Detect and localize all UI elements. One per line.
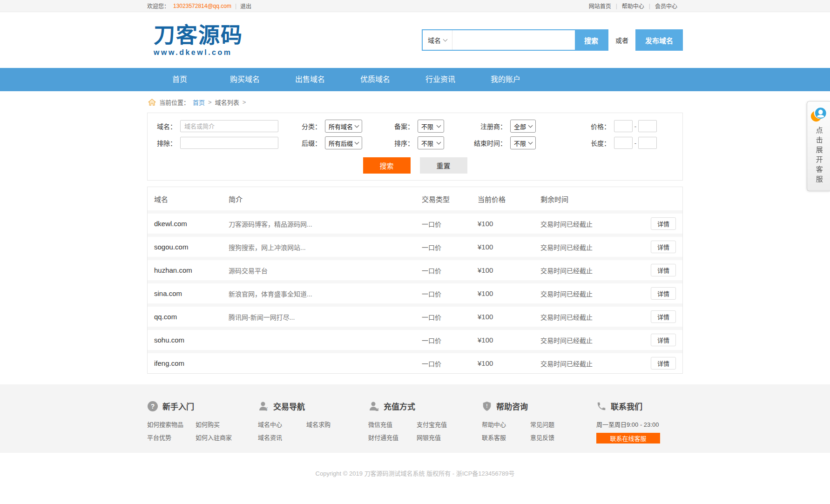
detail-button[interactable]: 详情 (651, 217, 676, 230)
remaining-time: 交易时间已经截止 (540, 336, 650, 345)
topbar-link-help[interactable]: 帮助中心 (622, 2, 644, 10)
nav-item-sell-domain[interactable]: 出售域名 (277, 68, 343, 91)
filter-category-select[interactable]: 所有域名 (325, 120, 362, 133)
footer-link[interactable]: 微信充值 (368, 420, 417, 429)
logout-link[interactable]: 退出 (240, 2, 251, 10)
search-category-select[interactable]: 域名 (423, 30, 452, 50)
filter-category-value: 所有域名 (329, 122, 353, 131)
detail-button[interactable]: 详情 (651, 357, 676, 370)
current-price: ¥100 (478, 359, 540, 367)
filter-price-min-input[interactable] (614, 120, 633, 132)
svg-text:?: ? (151, 403, 155, 410)
domain-name[interactable]: sina.com (154, 289, 229, 297)
footer-link[interactable]: 域名中心 (258, 420, 306, 429)
table-row: sina.com 新浪官网，体育盛事全知道... 一口价 ¥100 交易时间已经… (148, 280, 682, 303)
nav-item-home[interactable]: 首页 (147, 68, 212, 91)
nav-item-industry-news[interactable]: 行业资讯 (408, 68, 473, 91)
footer-link[interactable]: 网银充值 (417, 433, 482, 442)
topbar-divider: | (649, 3, 650, 9)
filter-length-max-input[interactable] (638, 137, 657, 149)
footer-col-beginner: ? 新手入门 如何搜索物品 如何购买 平台优势 如何入驻商家 (147, 400, 258, 444)
trade-type: 一口价 (422, 359, 478, 368)
footer-link[interactable]: 联系客服 (482, 433, 530, 442)
topbar-divider: | (235, 3, 236, 9)
col-header-desc: 简介 (229, 194, 422, 204)
footer-link[interactable]: 域名资讯 (258, 433, 306, 442)
service-widget-label: 点击展开客服 (815, 127, 823, 185)
footer-link[interactable]: 平台优势 (147, 433, 196, 442)
filter-beian-label: 备案： (362, 121, 418, 131)
publish-domain-button[interactable]: 发布域名 (635, 29, 683, 51)
filter-row-2: 排除： 后缀： 所有后缀 排序： 不限 结束时间： 不限 长度： - (148, 136, 682, 150)
filter-search-button[interactable]: 搜索 (363, 157, 411, 174)
table-row: dkewl.com 刀客源码博客，精品源码网... 一口价 ¥100 交易时间已… (148, 210, 682, 234)
filter-exclude-input[interactable] (180, 137, 278, 149)
current-price: ¥100 (478, 313, 540, 321)
filter-price-max-input[interactable] (638, 120, 657, 132)
domain-name[interactable]: dkewl.com (154, 220, 229, 228)
filter-domain-input[interactable] (180, 120, 278, 132)
domain-name[interactable]: qq.com (154, 313, 229, 321)
filter-registrar-select[interactable]: 全部 (510, 120, 536, 133)
domain-name[interactable]: huzhan.com (154, 266, 229, 274)
detail-button[interactable]: 详情 (651, 287, 676, 300)
nav-item-premium-domain[interactable]: 优质域名 (343, 68, 408, 91)
site-logo[interactable]: 刀客源码 www.dkewl.com (147, 24, 243, 56)
footer-link[interactable]: 支付宝充值 (417, 420, 482, 429)
current-price: ¥100 (478, 266, 540, 274)
topbar-link-member[interactable]: 会员中心 (655, 2, 677, 10)
detail-button[interactable]: 详情 (651, 241, 676, 253)
footer-link[interactable]: 如何搜索物品 (147, 420, 196, 429)
filter-length-min-input[interactable] (614, 137, 633, 149)
remaining-time: 交易时间已经截止 (540, 359, 650, 368)
nav-item-my-account[interactable]: 我的账户 (473, 68, 538, 91)
footer-link[interactable]: 财付通充值 (368, 433, 417, 442)
topbar-links: 网站首页 | 帮助中心 | 会员中心 (589, 2, 683, 10)
footer-link[interactable]: 如何入驻商家 (196, 433, 258, 442)
nav-item-buy-domain[interactable]: 购买域名 (212, 68, 277, 91)
filter-suffix-select[interactable]: 所有后缀 (325, 136, 362, 149)
footer-link[interactable]: 常见问题 (530, 420, 596, 429)
search-button[interactable]: 搜索 (575, 30, 607, 50)
footer-link[interactable]: 如何购买 (196, 420, 258, 429)
trade-type: 一口价 (422, 336, 478, 345)
chevron-down-icon (355, 140, 359, 145)
detail-button[interactable]: 详情 (651, 334, 676, 346)
breadcrumb-separator: > (243, 99, 246, 106)
filter-sort-select[interactable]: 不限 (418, 136, 444, 149)
breadcrumb-home-link[interactable]: 首页 (193, 98, 205, 107)
col-header-trade-type: 交易类型 (422, 194, 478, 204)
footer-col-title: 联系我们 (611, 400, 642, 412)
domain-desc: 搜狗搜索，网上冲浪网站... (229, 242, 422, 252)
customer-service-widget[interactable]: 点击展开客服 (807, 101, 830, 191)
filter-endtime-select[interactable]: 不限 (510, 136, 536, 149)
trade-type: 一口价 (422, 289, 478, 298)
chevron-down-icon (437, 140, 441, 145)
footer-link[interactable]: 域名求购 (306, 420, 368, 429)
col-header-price: 当前价格 (478, 194, 540, 204)
svg-text:!: ! (486, 403, 487, 408)
logo-subtitle: www.dkewl.com (154, 49, 243, 56)
person-recharge-icon (368, 401, 379, 412)
detail-button[interactable]: 详情 (651, 310, 676, 323)
phone-icon (596, 401, 607, 411)
question-icon: ? (147, 401, 158, 412)
search-input[interactable] (452, 30, 575, 50)
filter-reset-button[interactable]: 重置 (420, 157, 467, 174)
domain-name[interactable]: sogou.com (154, 243, 229, 251)
svg-text:¥: ¥ (265, 407, 268, 412)
footer-link[interactable]: 意见反馈 (530, 433, 596, 442)
domain-name[interactable]: sohu.com (154, 336, 229, 344)
footer-col-contact: 联系我们 周一至周日9:00 - 23:00 联系在线客服 (596, 400, 683, 444)
topbar-link-home[interactable]: 网站首页 (589, 2, 611, 10)
service-hours: 周一至周日9:00 - 23:00 (596, 420, 683, 429)
footer-link[interactable]: 帮助中心 (482, 420, 530, 429)
contact-service-button[interactable]: 联系在线客服 (596, 433, 660, 444)
detail-button[interactable]: 详情 (651, 264, 676, 276)
price-range-separator: - (633, 123, 638, 130)
current-price: ¥100 (478, 289, 540, 297)
table-row: sogou.com 搜狗搜索，网上冲浪网站... 一口价 ¥100 交易时间已经… (148, 234, 682, 257)
filter-beian-select[interactable]: 不限 (418, 120, 444, 133)
domain-name[interactable]: ifeng.com (154, 359, 229, 367)
filter-beian-value: 不限 (421, 122, 433, 131)
